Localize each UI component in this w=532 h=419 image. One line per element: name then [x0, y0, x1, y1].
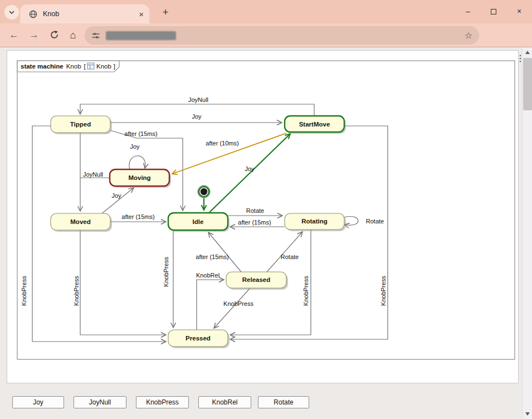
state-idle: Idle	[168, 213, 230, 232]
reload-button[interactable]	[46, 27, 62, 43]
transition-pressed-released	[197, 280, 224, 330]
window-minimize-button[interactable]: –	[455, 0, 481, 23]
state-machine-diagram: state machineKnob[ Knob] JoyNull Joy aft…	[7, 51, 518, 383]
transition-released-rotating	[267, 232, 302, 272]
window-controls: – ×	[455, 0, 532, 23]
initial-pseudostate	[198, 186, 210, 198]
state-name: Idle	[193, 218, 204, 225]
state-released: Released	[226, 272, 288, 290]
state-name: Moved	[70, 218, 90, 225]
tab-close-icon[interactable]: ×	[139, 9, 144, 19]
transition-label: Joy	[130, 143, 140, 150]
forward-button[interactable]: →	[26, 27, 42, 43]
url-redacted-text	[106, 31, 176, 40]
chevron-down-icon	[8, 10, 15, 14]
event-button-joy[interactable]: Joy	[12, 396, 64, 408]
frame-bracket-close: ]	[114, 63, 115, 70]
transition-tipped-pressed	[32, 126, 166, 342]
event-button-knobpress[interactable]: KnobPress	[136, 396, 189, 408]
state-pressed: Pressed	[168, 330, 230, 348]
transition-released-idle	[208, 232, 241, 272]
transition-moved-moving	[102, 188, 134, 213]
transition-label: after (10ms)	[206, 140, 238, 147]
transition-label: KnobPress	[21, 276, 27, 306]
transition-label: after (15ms)	[124, 130, 157, 137]
transition-moved-pressed	[80, 230, 166, 335]
transition-label: Joy	[192, 113, 202, 120]
state-name: Rotating	[301, 218, 328, 225]
transition-label: after (15ms)	[121, 213, 154, 220]
transition-moving-moved	[80, 178, 110, 211]
transition-label: Rotate	[366, 218, 384, 225]
tab-favicon-globe-icon	[29, 10, 37, 18]
frame-title: state machineKnob[	[21, 63, 86, 70]
browser-tab[interactable]: Knob ×	[20, 4, 149, 23]
scroll-down-icon[interactable]	[525, 412, 530, 416]
window-close-button[interactable]: ×	[506, 0, 532, 23]
event-button-knobrel[interactable]: KnobRel	[198, 396, 251, 408]
transition-released-pressed	[214, 288, 250, 328]
transition-label: KnobPress	[380, 276, 387, 306]
vertical-scrollbar[interactable]	[522, 47, 532, 419]
tab-strip: Knob × + – ×	[0, 0, 532, 23]
transition-label: JoyNull	[83, 171, 103, 178]
tab-search-button[interactable]	[4, 5, 19, 20]
state-moved: Moved	[51, 213, 112, 232]
new-tab-button[interactable]: +	[158, 5, 173, 20]
transition-label: KnobPress	[163, 257, 169, 287]
diagram-frame	[17, 61, 515, 359]
tab-title: Knob	[43, 10, 139, 18]
frame-diagram-icon	[87, 63, 94, 69]
diagram-panel: state machineKnob[ Knob] JoyNull Joy aft…	[7, 50, 519, 383]
state-tipped: Tipped	[51, 116, 112, 134]
state-startmove: StartMove	[285, 116, 346, 134]
transition-label: JoyNull	[188, 96, 208, 103]
transition-label: KnobPress	[302, 276, 309, 306]
transition-label: after (15ms)	[196, 254, 228, 260]
state-name: Moving	[128, 174, 150, 181]
reload-icon	[50, 30, 59, 40]
transition-label: Joy	[245, 165, 255, 172]
site-settings-icon[interactable]	[91, 31, 100, 40]
maximize-icon	[491, 9, 496, 14]
event-button-rotate[interactable]: Rotate	[258, 396, 309, 408]
frame-keyword: state machine	[21, 63, 64, 70]
scrollbar-thumb[interactable]	[523, 58, 532, 110]
transition-rotating-self	[344, 217, 358, 226]
bookmark-star-icon[interactable]: ☆	[465, 30, 472, 41]
transition-label: KnobPress	[223, 300, 253, 307]
window-maximize-button[interactable]	[481, 0, 506, 23]
frame-inner-name: Knob	[96, 63, 111, 70]
transition-label: Rotate	[281, 254, 299, 260]
state-name: Pressed	[186, 335, 211, 342]
address-bar[interactable]: ☆	[85, 26, 479, 45]
back-button[interactable]: ←	[6, 27, 22, 43]
event-button-joynull[interactable]: JoyNull	[74, 396, 126, 408]
frame-name: Knob	[66, 63, 81, 70]
home-button[interactable]: ⌂	[65, 27, 81, 43]
scroll-up-icon[interactable]	[525, 51, 530, 54]
transition-moving-self	[129, 156, 145, 169]
state-name: Tipped	[70, 121, 91, 128]
transition-startmove-pressed	[230, 126, 388, 339]
transition-label: KnobRel	[196, 272, 219, 279]
state-rotating: Rotating	[285, 213, 346, 231]
state-moving: Moving	[110, 169, 171, 188]
transition-label: after (15ms)	[238, 219, 271, 226]
transition-label: KnobPress	[73, 276, 80, 306]
state-name: Released	[242, 276, 271, 283]
state-name: StartMove	[299, 121, 330, 128]
transition-label: Joy	[111, 192, 121, 199]
transition-label: Rotate	[246, 207, 264, 214]
browser-toolbar: ← → ⌂ ☆ ⋮	[0, 23, 532, 47]
